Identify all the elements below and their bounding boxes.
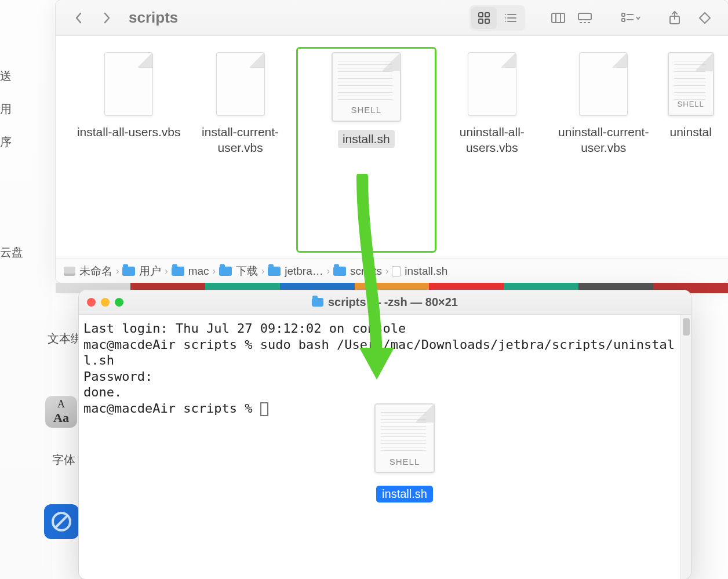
sidebar-text: 云盘 <box>0 245 23 260</box>
terminal-titlebar[interactable]: scripts — -zsh — 80×21 <box>79 290 691 315</box>
svg-rect-20 <box>622 19 625 21</box>
view-gallery-button[interactable] <box>572 7 598 29</box>
terminal-scrollbar[interactable] <box>680 315 691 579</box>
terminal-prompt: mac@macdeAir scripts % <box>83 401 260 416</box>
window-controls <box>87 298 123 307</box>
folder-icon <box>219 267 232 276</box>
sidebar-text: 序 <box>0 134 12 150</box>
finder-path-bar: 未命名› 用户› mac› 下载› jetbra…› scripts› inst… <box>56 258 728 283</box>
path-label: 下载 <box>236 264 258 279</box>
close-button[interactable] <box>87 298 96 307</box>
shell-file-icon: SHELL <box>332 52 401 122</box>
desktop-label: 文本绑 <box>48 331 82 347</box>
svg-rect-19 <box>622 13 625 16</box>
terminal-body[interactable]: Last login: Thu Jul 27 09:12:02 on conso… <box>79 315 691 579</box>
terminal-line: done. <box>83 385 122 399</box>
path-label: mac <box>188 265 209 278</box>
finder-content-area[interactable]: install-all-users.vbs install-current-us… <box>56 36 728 258</box>
svg-line-1 <box>56 516 67 527</box>
file-label: uninstall-current-user.vbs <box>548 124 659 156</box>
file-icon <box>579 52 628 116</box>
terminal-prompt: mac@macdeAir scripts % <box>83 337 260 352</box>
minimize-button[interactable] <box>101 298 110 307</box>
view-icons-button[interactable] <box>471 7 497 29</box>
blocked-app-icon[interactable] <box>44 504 79 539</box>
file-icon <box>468 52 516 116</box>
path-crumb[interactable]: scripts <box>333 265 382 278</box>
svg-rect-3 <box>485 13 489 17</box>
file-label: install-current-user.vbs <box>184 124 296 156</box>
svg-rect-2 <box>479 13 483 17</box>
desktop-label: 字体 <box>52 452 75 468</box>
path-label: 未命名 <box>79 264 112 279</box>
folder-icon <box>122 267 135 276</box>
path-crumb[interactable]: install.sh <box>392 265 447 278</box>
cursor-icon <box>260 402 268 416</box>
svg-rect-4 <box>479 19 483 23</box>
zoom-button[interactable] <box>115 298 123 307</box>
folder-icon <box>333 267 346 276</box>
path-crumb[interactable]: mac <box>172 265 209 278</box>
path-label: jetbra… <box>285 265 323 278</box>
svg-rect-12 <box>552 13 565 23</box>
view-columns-button[interactable] <box>545 7 571 29</box>
sidebar-text: 用 <box>0 101 12 117</box>
shell-badge: SHELL <box>351 104 381 116</box>
disk-icon <box>64 267 75 276</box>
file-label: install-all-users.vbs <box>77 124 181 140</box>
path-crumb[interactable]: 未命名 <box>64 264 112 279</box>
file-icon <box>216 52 265 116</box>
terminal-window: scripts — -zsh — 80×21 Last login: Thu J… <box>79 290 691 579</box>
back-button[interactable] <box>66 7 92 29</box>
tags-button[interactable] <box>692 7 718 29</box>
font-book-app-icon[interactable]: AAa <box>45 396 77 428</box>
shell-badge: SHELL <box>678 100 704 110</box>
file-item[interactable]: SHELL uninstal <box>659 52 722 253</box>
view-list-button[interactable] <box>498 7 523 29</box>
file-item[interactable]: uninstall-current-user.vbs <box>548 52 659 253</box>
terminal-line: Password: <box>83 369 152 384</box>
background-sidebar: 送 用 序 云盘 <box>0 0 52 579</box>
forward-button[interactable] <box>94 7 119 29</box>
shell-file-icon: SHELL <box>668 52 714 116</box>
svg-rect-15 <box>578 13 591 20</box>
folder-icon <box>268 267 281 276</box>
terminal-title-text: scripts — -zsh — 80×21 <box>328 296 458 309</box>
file-item[interactable]: install-current-user.vbs <box>184 52 296 253</box>
terminal-line: Last login: Thu Jul 27 09:12:02 on conso… <box>83 321 406 336</box>
path-label: 用户 <box>139 264 161 279</box>
file-label: uninstall-all-users.vbs <box>436 124 548 156</box>
share-button[interactable] <box>662 7 687 29</box>
finder-toolbar: scripts <box>56 0 728 36</box>
doc-icon <box>392 266 401 276</box>
finder-window: scripts <box>56 0 728 283</box>
folder-icon <box>312 298 323 307</box>
folder-icon <box>172 267 184 276</box>
file-label: uninstal <box>670 124 712 140</box>
terminal-title: scripts — -zsh — 80×21 <box>79 296 691 309</box>
group-by-button[interactable] <box>618 7 643 29</box>
path-crumb[interactable]: 下载 <box>219 264 258 279</box>
svg-rect-5 <box>485 19 489 23</box>
file-item[interactable]: uninstall-all-users.vbs <box>436 52 548 253</box>
file-item[interactable]: install-all-users.vbs <box>73 52 184 253</box>
path-label: scripts <box>350 265 382 278</box>
file-icon <box>104 52 153 116</box>
finder-title: scripts <box>129 9 178 27</box>
file-label: install.sh <box>338 130 395 148</box>
path-crumb[interactable]: jetbra… <box>268 265 323 278</box>
sidebar-text: 送 <box>0 68 12 84</box>
file-item-selected[interactable]: SHELL install.sh <box>296 47 436 253</box>
path-crumb[interactable]: 用户 <box>122 264 161 279</box>
path-label: install.sh <box>405 265 447 278</box>
